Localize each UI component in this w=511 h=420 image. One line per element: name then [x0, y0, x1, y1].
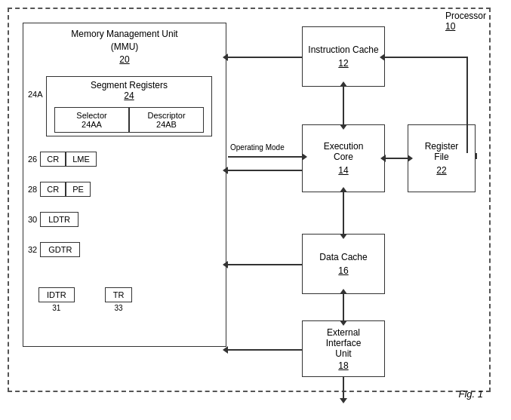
gdtr-label: 32 [28, 245, 37, 254]
seg-reg-title: Segment Registers 24 [47, 77, 211, 101]
register-file-box: Register File 22 [408, 124, 476, 192]
cr-pe-boxes: CR PE [40, 182, 91, 197]
instruction-cache-box: Instruction Cache 12 [302, 26, 385, 87]
ic-mmu-arrow [228, 57, 302, 58]
seg-reg-inner: Selector 24AA Descriptor 24AB [54, 107, 204, 133]
gdtr-row: 32 GDTR [28, 242, 80, 257]
cr-lme-label: 26 [28, 155, 37, 164]
mmu-title: Memory Management Unit (MMU) 20 [23, 23, 226, 66]
ec-mmu-feedback [228, 170, 302, 171]
idtr-group: IDTR 31 [38, 287, 75, 312]
cr-pe-label: 28 [28, 185, 37, 194]
label-24a: 24A [28, 90, 43, 99]
cr-pe-row: 28 CR PE [28, 182, 91, 197]
ec-rf-arrow [386, 158, 408, 159]
ic-ec-arrow [343, 87, 344, 124]
processor-label: Processor 10 [445, 11, 486, 32]
selector-box: Selector 24AA [54, 107, 129, 133]
eiu-mmu-arrow [228, 349, 302, 351]
tr-label: 33 [114, 304, 122, 312]
execution-core-box: Execution Core 14 [302, 124, 385, 192]
ec-dc-arrow [343, 192, 344, 234]
lme-box: LME [66, 152, 97, 167]
dc-eiu-arrow [343, 294, 344, 320]
tr-group: TR 33 [105, 287, 133, 312]
tr-box: TR [105, 287, 133, 302]
cr-lme-row: 26 CR LME [28, 152, 97, 167]
data-cache-box: Data Cache 16 [302, 234, 385, 294]
external-interface-box: External Interface Unit 18 [302, 320, 385, 377]
operating-mode-label: Operating Mode [230, 143, 285, 152]
ldtr-label: 30 [28, 215, 37, 224]
pe-box: PE [66, 182, 91, 197]
right-vertical-line [466, 57, 468, 153]
segment-registers-box: Segment Registers 24 Selector 24AA Descr… [46, 76, 212, 136]
idtr-box: IDTR [38, 287, 75, 302]
cr-lme-boxes: CR LME [40, 152, 97, 167]
ldtr-row: 30 LDTR [28, 212, 78, 227]
mmu-box: Memory Management Unit (MMU) 20 Segment … [23, 23, 226, 347]
cr-box1: CR [40, 152, 66, 167]
mmu-dc-arrow [228, 264, 302, 265]
idtr-tr-row: IDTR 31 TR 33 [38, 287, 132, 312]
diagram: Processor 10 Memory Management Unit (MMU… [8, 8, 498, 407]
rf-right-line-v [476, 153, 477, 159]
ic-right-line [385, 57, 468, 58]
ldtr-box: LDTR [40, 212, 78, 227]
idtr-label: 31 [52, 304, 60, 312]
fig-label: Fig. 1 [458, 388, 483, 400]
eiu-bottom-arrow [343, 377, 344, 398]
cr-box2: CR [40, 182, 66, 197]
mmu-ec-arrow [228, 156, 302, 158]
descriptor-box: Descriptor 24AB [129, 107, 204, 133]
gdtr-box: GDTR [40, 242, 80, 257]
